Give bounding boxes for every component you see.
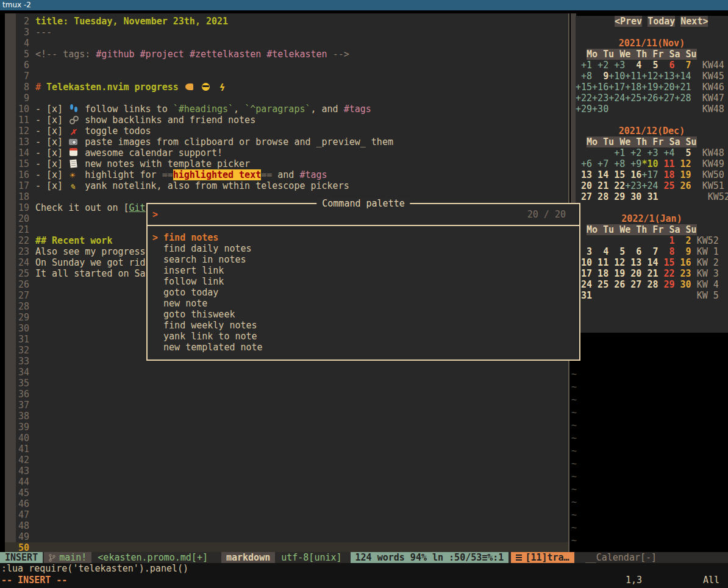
- editor-line-16[interactable]: 16- [x] highlight for ==highlighted text…: [5, 169, 568, 180]
- editor-line-36[interactable]: 36: [5, 389, 568, 400]
- calendar-day[interactable]: 22: [608, 180, 625, 191]
- calendar-day[interactable]: +30: [592, 104, 608, 115]
- calendar-day[interactable]: +17: [641, 169, 658, 180]
- editor-line-13[interactable]: 13- [x] paste images from clipboard or b…: [5, 136, 568, 147]
- calendar-day[interactable]: +23: [592, 93, 608, 104]
- calendar-day[interactable]: 5: [608, 246, 625, 257]
- calendar-day[interactable]: 23: [675, 268, 691, 279]
- editor-line-5[interactable]: 5<!-- tags: #github #project #zettelkast…: [5, 49, 568, 60]
- calendar-day[interactable]: 28: [592, 191, 608, 202]
- palette-item[interactable]: new note: [152, 298, 579, 309]
- calendar-day[interactable]: 15: [658, 257, 674, 268]
- calendar-day[interactable]: *10: [641, 158, 658, 169]
- editor-line-9[interactable]: 9: [5, 93, 568, 104]
- palette-item[interactable]: find weekly notes: [152, 320, 579, 331]
- calendar-day[interactable]: +15: [576, 82, 592, 93]
- palette-item[interactable]: search in notes: [152, 254, 579, 265]
- calendar-nav-today-button[interactable]: Today: [648, 16, 675, 27]
- calendar-day[interactable]: +1: [576, 60, 592, 71]
- calendar-day[interactable]: +14: [675, 71, 691, 82]
- calendar-day[interactable]: +28: [675, 93, 691, 104]
- calendar-day[interactable]: 5: [641, 60, 658, 71]
- editor-line-49[interactable]: 49: [5, 531, 568, 542]
- command-line[interactable]: :lua require('telekasten').panel(): [1, 563, 188, 574]
- editor-line-34[interactable]: 34: [5, 367, 568, 378]
- palette-item[interactable]: > find notes: [152, 232, 579, 243]
- calendar-day[interactable]: 9: [675, 246, 691, 257]
- calendar-day[interactable]: 16: [625, 169, 641, 180]
- calendar-day[interactable]: +2: [625, 147, 641, 158]
- calendar-day[interactable]: +3: [608, 60, 625, 71]
- calendar-day[interactable]: +13: [658, 71, 674, 82]
- calendar-day[interactable]: 13: [625, 257, 641, 268]
- editor-line-6[interactable]: 6: [5, 60, 568, 71]
- editor-line-38[interactable]: 38: [5, 411, 568, 422]
- calendar-day[interactable]: 21: [641, 268, 658, 279]
- editor-line-12[interactable]: 12- [x] toggle todos: [5, 126, 568, 136]
- calendar-day[interactable]: 2: [675, 235, 691, 246]
- calendar-day[interactable]: 29: [658, 279, 674, 290]
- palette-item[interactable]: new templated note: [152, 342, 579, 353]
- calendar-day[interactable]: 22: [658, 268, 674, 279]
- editor-line-4[interactable]: 4: [5, 38, 568, 49]
- calendar-day[interactable]: +29: [576, 104, 592, 115]
- calendar-day[interactable]: 26: [675, 180, 691, 191]
- calendar-day[interactable]: 21: [592, 180, 608, 191]
- calendar-day[interactable]: 27: [576, 191, 592, 202]
- calendar-day[interactable]: +18: [625, 82, 641, 93]
- calendar-day[interactable]: 20: [625, 268, 641, 279]
- calendar-day[interactable]: 12: [608, 257, 625, 268]
- calendar-day[interactable]: +24: [641, 180, 658, 191]
- calendar-day[interactable]: 19: [608, 268, 625, 279]
- calendar-day[interactable]: +17: [608, 82, 625, 93]
- calendar-pane[interactable]: <PrevTodayNext>2021/11(Nov)Mo Tu We Th F…: [576, 16, 728, 333]
- calendar-day[interactable]: +26: [641, 93, 658, 104]
- editor-line-46[interactable]: 46: [5, 498, 568, 509]
- calendar-day[interactable]: +23: [625, 180, 641, 191]
- calendar-day[interactable]: +6: [576, 158, 592, 169]
- calendar-day[interactable]: +21: [675, 82, 691, 93]
- command-palette[interactable]: Command palette > 20 / 20 > find notes f…: [146, 203, 580, 361]
- editor-line-41[interactable]: 41: [5, 444, 568, 455]
- editor-line-47[interactable]: 47: [5, 509, 568, 520]
- calendar-day[interactable]: +24: [608, 93, 625, 104]
- calendar-day[interactable]: 28: [641, 279, 658, 290]
- editor-line-48[interactable]: 48: [5, 520, 568, 531]
- calendar-day[interactable]: +22: [576, 93, 592, 104]
- calendar-day[interactable]: 8: [658, 246, 674, 257]
- calendar-day[interactable]: +1: [608, 147, 625, 158]
- editor-line-44[interactable]: 44: [5, 476, 568, 487]
- calendar-day[interactable]: +11: [625, 71, 641, 82]
- editor-line-15[interactable]: 15- [x] new notes with template picker: [5, 158, 568, 169]
- editor-line-3[interactable]: 3---: [5, 27, 568, 38]
- palette-item[interactable]: follow link: [152, 276, 579, 287]
- calendar-day[interactable]: 25: [658, 180, 674, 191]
- palette-item[interactable]: insert link: [152, 265, 579, 276]
- calendar-day[interactable]: 16: [675, 257, 691, 268]
- palette-item[interactable]: goto thisweek: [152, 309, 579, 320]
- calendar-day[interactable]: +8: [608, 158, 625, 169]
- calendar-day[interactable]: 14: [592, 169, 608, 180]
- palette-item[interactable]: find daily notes: [152, 243, 579, 254]
- calendar-day[interactable]: 1: [658, 235, 674, 246]
- calendar-day[interactable]: 30: [675, 279, 691, 290]
- calendar-day[interactable]: +3: [641, 147, 658, 158]
- calendar-nav-prev-button[interactable]: <Prev: [615, 16, 642, 27]
- editor-line-7[interactable]: 7: [5, 71, 568, 82]
- calendar-day[interactable]: 7: [675, 60, 691, 71]
- editor-line-14[interactable]: 14- [x] awesome calendar support!: [5, 147, 568, 158]
- calendar-day[interactable]: 15: [608, 169, 625, 180]
- calendar-day[interactable]: +4: [658, 147, 674, 158]
- calendar-day[interactable]: 25: [592, 279, 608, 290]
- tab-indicator[interactable]: [11]tra…: [511, 552, 574, 563]
- calendar-day[interactable]: 6: [625, 246, 641, 257]
- calendar-day[interactable]: 19: [675, 169, 691, 180]
- calendar-day[interactable]: +8: [576, 71, 592, 82]
- calendar-day[interactable]: 20: [576, 180, 592, 191]
- palette-item[interactable]: goto today: [152, 287, 579, 298]
- editor-line-40[interactable]: 40: [5, 433, 568, 444]
- editor-line-35[interactable]: 35: [5, 378, 568, 389]
- calendar-day[interactable]: 31: [641, 191, 658, 202]
- editor-line-42[interactable]: 42: [5, 455, 568, 466]
- editor-line-37[interactable]: 37: [5, 400, 568, 411]
